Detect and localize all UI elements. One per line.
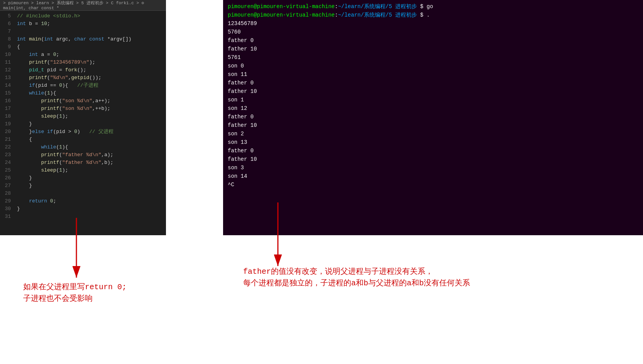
terminal-content: pimouren@pimouren-virtual-machine:~/lear… bbox=[223, 0, 643, 191]
left-annotation-line2: 子进程也不会受影响 bbox=[23, 293, 127, 305]
left-annotation-line1: 如果在父进程里写return 0; bbox=[23, 281, 127, 293]
breadcrumb: > pimouren > learn > 系统编程 > 5 进程初步 > C f… bbox=[3, 0, 163, 10]
editor-panel: > pimouren > learn > 系统编程 > 5 进程初步 > C f… bbox=[0, 0, 166, 235]
right-annotation-line2: 每个进程都是独立的，子进程的a和b与父进程的a和b没有任何关系 bbox=[243, 278, 470, 289]
line-numbers: 5 6 7 8 9 10 11 12 13 14 15 16 17 18 19 … bbox=[0, 11, 14, 235]
right-annotation: father的值没有改变，说明父进程与子进程没有关系， 每个进程都是独立的，子进… bbox=[243, 266, 470, 289]
left-annotation: 如果在父进程里写return 0; 子进程也不会受影响 bbox=[23, 281, 127, 305]
terminal-panel: pimouren@pimouren-virtual-machine:~/lear… bbox=[223, 0, 643, 235]
annotation-area: 如果在父进程里写return 0; 子进程也不会受影响 father的值没有改变… bbox=[0, 235, 643, 364]
code-area: 5 6 7 8 9 10 11 12 13 14 15 16 17 18 19 … bbox=[0, 11, 166, 235]
code-content: // #include <stdio.h> int b = 10; int ma… bbox=[14, 11, 166, 235]
right-annotation-line1: father的值没有改变，说明父进程与子进程没有关系， bbox=[243, 266, 470, 278]
editor-tab-bar: > pimouren > learn > 系统编程 > 5 进程初步 > C f… bbox=[0, 0, 166, 11]
